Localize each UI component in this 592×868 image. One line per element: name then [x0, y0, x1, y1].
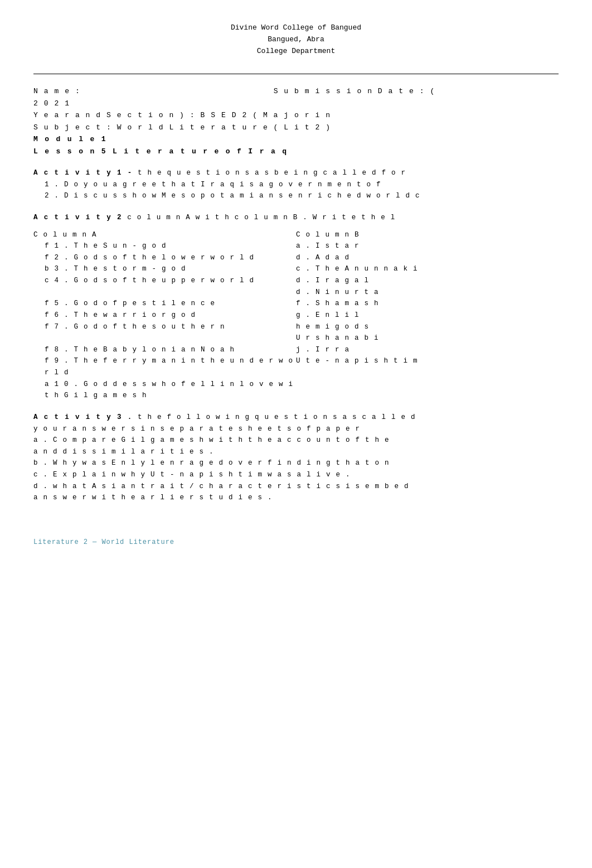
activity3-qa: a . C o m p a r e G i l g a m e s h w i … [33, 435, 559, 446]
col-a-item-8: f 8 . T h e B a b y l o n i a n N o a h [33, 344, 296, 356]
col-b-item-10 [296, 379, 532, 402]
col-row-8: f 8 . T h e B a b y l o n i a n N o a h … [33, 344, 559, 356]
activity1-q1: 1 . D o y o u a g r e e t h a t I r a q … [33, 179, 559, 191]
col-row-10: a 1 0 . G o d d e s s w h o f e l l i n … [33, 379, 559, 402]
col-a-item-4b [33, 287, 296, 298]
col-a-header-text: C o l u m n A [33, 231, 97, 239]
col-a-item-7: f 7 . G o d o f t h e s o u t h e r n [33, 321, 296, 333]
submission-label: S u b m i s s i o n D a t e : ( [274, 87, 435, 95]
col-b-item-5: f . S h a m a s h [296, 298, 532, 310]
col-row-6: f 6 . T h e w a r r i o r g o d g . E n … [33, 310, 559, 321]
activity1-q2: 2 . D i s c u s s h o w M e s o p o t a … [33, 190, 559, 202]
col-a-item-2: f 2 . G o d s o f t h e l o w e r w o r … [33, 252, 296, 264]
col-b-header: C o l u m n B [296, 229, 532, 241]
activity2-title: A c t i v i t y 2 [33, 214, 122, 221]
col-b-item-4b: d . N i n u r t a [296, 287, 532, 298]
col-b-item-7: h e m i g o d s [296, 321, 532, 333]
name-row: N a m e : S u b m i s s i o n D a t e : … [33, 85, 559, 97]
activity2-header: A c t i v i t y 2 c o l u m n A w i t h … [33, 212, 559, 224]
activity3-qd2: a n s w e r w i t h e a r l i e r s t u … [33, 492, 559, 504]
header-line3: College Department [33, 46, 559, 57]
col-b-item-6: g . E n l i l [296, 310, 532, 321]
activity2-section: A c t i v i t y 2 c o l u m n A w i t h … [33, 212, 559, 402]
page-header: Divine Word College of Bangued Bangued, … [33, 22, 559, 57]
col-a-item-6: f 6 . T h e w a r r i o r g o d [33, 310, 296, 321]
col-b-header-text: C o l u m n B [296, 231, 360, 239]
col-b-item-9: U t e - n a p i s h t i m [296, 355, 532, 378]
col-b-item-4: d . I r a g a l [296, 275, 532, 287]
col-b-item-1: a . I s t a r [296, 240, 532, 252]
lesson-row: L e s s o n 5 L i t e r a t u r e o f I … [33, 146, 559, 157]
col-a-item-9: f 9 . T h e f e r r y m a n i n t h e u … [33, 355, 296, 378]
activity1-section: A c t i v i t y 1 - t h e q u e s t i o … [33, 167, 559, 202]
col-row-3: b 3 . T h e s t o r m - g o d c . T h e … [33, 263, 559, 275]
activity3-instruction: t h e f o l l o w i n g q u e s t i o n … [133, 413, 416, 421]
col-a-item-7b [33, 332, 296, 344]
activity1-instruction: t h e q u e s t i o n s a s b e i n g c … [133, 169, 406, 177]
activity3-line1: y o u r a n s w e r s i n s e p a r a t … [33, 423, 559, 435]
header-divider [33, 74, 559, 74]
activity1-title: A c t i v i t y 1 - [33, 169, 133, 177]
year-row: 2 0 2 1 [33, 98, 559, 109]
footer-label: Literature 2 — World Literature [33, 537, 559, 548]
col-row-1: f 1 . T h e S u n - g o d a . I s t a r [33, 240, 559, 252]
col-row-2: f 2 . G o d s o f t h e l o w e r w o r … [33, 252, 559, 264]
col-a-item-1: f 1 . T h e S u n - g o d [33, 240, 296, 252]
header-line1: Divine Word College of Bangued [33, 22, 559, 34]
activity3-header: A c t i v i t y 3 . t h e f o l l o w i … [33, 412, 559, 423]
col-row-7: f 7 . G o d o f t h e s o u t h e r n h … [33, 321, 559, 333]
col-row-5: f 5 . G o d o f p e s t i l e n c e f . … [33, 298, 559, 310]
col-a-item-3: b 3 . T h e s t o r m - g o d [33, 263, 296, 275]
col-b-item-3: c . T h e A n u n n a k i [296, 263, 532, 275]
matching-table: C o l u m n A C o l u m n B f 1 . T h e … [33, 229, 559, 402]
col-row-4: c 4 . G o d s o f t h e u p p e r w o r … [33, 275, 559, 287]
activity2-instruction: c o l u m n A w i t h c o l u m n B . W … [122, 214, 395, 221]
activity3-title: A c t i v i t y 3 . [33, 413, 133, 421]
subject-row: S u b j e c t : W o r l d L i t e r a t … [33, 122, 559, 133]
col-b-item-8: j . I r r a [296, 344, 532, 356]
activity3-section: A c t i v i t y 3 . t h e f o l l o w i … [33, 412, 559, 504]
col-a-item-4: c 4 . G o d s o f t h e u p p e r w o r … [33, 275, 296, 287]
col-a-item-10: a 1 0 . G o d d e s s w h o f e l l i n … [33, 379, 296, 402]
year-section-row: Y e a r a n d S e c t i o n ) : B S E D … [33, 109, 559, 121]
activity3-qb: b . W h y w a s E n l y l e n r a g e d … [33, 457, 559, 469]
header-line2: Bangued, Abra [33, 34, 559, 46]
col-a-header: C o l u m n A [33, 229, 296, 241]
col-b-item-2: d . A d a d [296, 252, 532, 264]
activity3-qa2: a n d d i s s i m i l a r i t i e s . [33, 446, 559, 458]
activity3-qc: c . E x p l a i n w h y U t - n a p i s … [33, 469, 559, 481]
activity1-header: A c t i v i t y 1 - t h e q u e s t i o … [33, 167, 559, 179]
column-headers: C o l u m n A C o l u m n B [33, 229, 559, 241]
col-b-item-7b: U r s h a n a b i [296, 332, 532, 344]
col-row-7b: U r s h a n a b i [33, 332, 559, 344]
col-row-9: f 9 . T h e f e r r y m a n i n t h e u … [33, 355, 559, 378]
name-label: N a m e : [33, 87, 80, 95]
col-row-4b: d . N i n u r t a [33, 287, 559, 298]
col-a-item-5: f 5 . G o d o f p e s t i l e n c e [33, 298, 296, 310]
info-block: N a m e : S u b m i s s i o n D a t e : … [33, 85, 559, 157]
module-row: M o d u l e 1 [33, 133, 559, 145]
activity3-qd: d . w h a t A s i a n t r a i t / c h a … [33, 481, 559, 493]
